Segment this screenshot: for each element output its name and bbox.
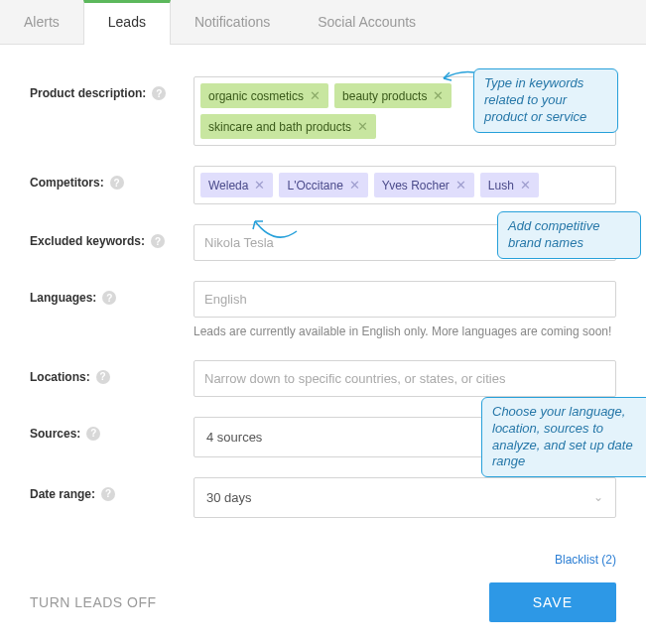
tabs-bar: Alerts Leads Notifications Social Accoun… (0, 0, 646, 45)
callout-sources: Choose your language, location, sources … (481, 397, 646, 478)
tag-label: Lush (488, 179, 514, 193)
sources-value: 4 sources (206, 430, 262, 445)
tab-leads[interactable]: Leads (83, 0, 171, 45)
chevron-down-icon: ⌄ (593, 490, 603, 504)
close-icon[interactable]: ✕ (310, 88, 321, 103)
tag-label: Yves Rocher (382, 179, 450, 193)
save-button[interactable]: SAVE (489, 582, 616, 622)
languages-label: Languages: (30, 291, 96, 305)
locations-label: Locations: (30, 370, 90, 384)
close-icon[interactable]: ✕ (520, 178, 531, 193)
help-icon[interactable]: ? (151, 234, 165, 248)
help-icon[interactable]: ? (101, 487, 115, 501)
blacklist-link[interactable]: Blacklist (2) (555, 553, 616, 567)
help-icon[interactable]: ? (152, 86, 166, 100)
date-range-label: Date range: (30, 487, 95, 501)
product-description-label: Product description: (30, 86, 146, 100)
tag-beauty-products: beauty products ✕ (334, 83, 452, 108)
tag-skincare-bath: skincare and bath products ✕ (200, 114, 376, 139)
close-icon[interactable]: ✕ (349, 178, 360, 193)
tab-social-accounts[interactable]: Social Accounts (294, 0, 440, 44)
tag-label: Weleda (208, 179, 248, 193)
close-icon[interactable]: ✕ (254, 178, 265, 193)
tag-label: organic cosmetics (208, 89, 304, 103)
help-icon[interactable]: ? (86, 427, 100, 441)
callout-keywords: Type in keywords related to your product… (473, 68, 618, 133)
competitors-input[interactable]: Weleda ✕ L'Occitane ✕ Yves Rocher ✕ Lush… (194, 166, 616, 204)
locations-input[interactable] (194, 360, 616, 397)
tag-weleda: Weleda ✕ (200, 173, 273, 197)
excluded-keywords-label: Excluded keywords: (30, 234, 145, 248)
tab-alerts[interactable]: Alerts (0, 0, 83, 44)
help-icon[interactable]: ? (110, 176, 124, 190)
tab-notifications[interactable]: Notifications (171, 0, 294, 44)
footer: TURN LEADS OFF SAVE (0, 567, 646, 644)
tag-loccitane: L'Occitane ✕ (279, 173, 367, 197)
close-icon[interactable]: ✕ (455, 178, 466, 193)
tag-label: L'Occitane (287, 179, 342, 193)
date-range-value: 30 days (206, 490, 252, 505)
close-icon[interactable]: ✕ (433, 88, 444, 103)
help-icon[interactable]: ? (102, 291, 116, 305)
turn-leads-off-button[interactable]: TURN LEADS OFF (30, 594, 157, 610)
tag-yves-rocher: Yves Rocher ✕ (374, 173, 474, 197)
tag-lush: Lush ✕ (480, 173, 539, 197)
languages-input[interactable] (194, 281, 616, 318)
close-icon[interactable]: ✕ (357, 119, 368, 134)
tag-label: skincare and bath products (208, 120, 351, 134)
callout-competitors: Add competitive brand names (497, 211, 641, 259)
tag-organic-cosmetics: organic cosmetics ✕ (200, 83, 328, 108)
competitors-label: Competitors: (30, 176, 104, 190)
date-range-select[interactable]: 30 days ⌄ (194, 477, 616, 518)
tag-label: beauty products (342, 89, 427, 103)
help-icon[interactable]: ? (96, 370, 110, 384)
form-panel: Product description: ? organic cosmetics… (0, 45, 646, 546)
languages-helper: Leads are currently available in English… (194, 323, 616, 340)
sources-label: Sources: (30, 427, 80, 441)
